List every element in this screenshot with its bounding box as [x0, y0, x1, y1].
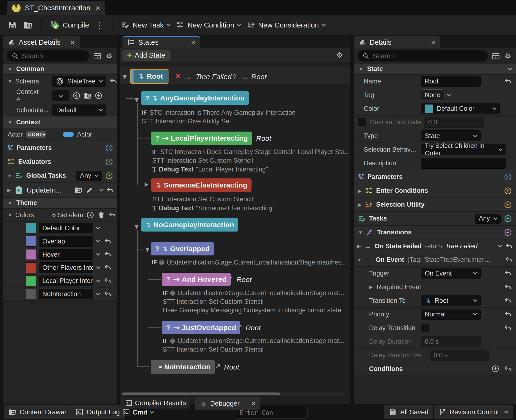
color-swatch[interactable] — [26, 262, 36, 273]
global-tasks-filter-dropdown[interactable]: Any — [76, 171, 102, 181]
collapse-triangle-icon[interactable]: ▼ — [133, 96, 140, 104]
state-node-someoneelseinteracting[interactable]: ↴ SomeoneElseInteracting — [151, 179, 251, 192]
output-log-button[interactable]: Output Log — [71, 405, 125, 419]
color-dropdown[interactable]: Default Color — [421, 103, 500, 114]
add-parameter-icon[interactable] — [105, 144, 113, 152]
context-class-dropdown[interactable] — [52, 90, 69, 101]
save-icon[interactable] — [8, 21, 17, 30]
state-node-nogameplayinteraction[interactable]: ↴ NoGameplayInteraction — [141, 218, 238, 232]
add-evaluator-icon[interactable] — [105, 158, 113, 166]
add-circle-icon[interactable] — [95, 92, 102, 99]
selection-utility-section[interactable]: ▶ Selection Utility — [354, 198, 516, 212]
undo-icon[interactable] — [110, 77, 117, 85]
color-name-field[interactable]: Hover — [39, 249, 93, 260]
delay-transition-checkbox[interactable] — [421, 324, 429, 332]
undo-icon[interactable] — [504, 324, 512, 332]
add-state-button[interactable]: + Add State — [122, 50, 170, 60]
global-task-row[interactable]: ▶ UpdateIn... — [3, 183, 117, 198]
tab-states[interactable]: States × — [122, 36, 200, 48]
trigger-dropdown[interactable]: On Event — [421, 268, 481, 279]
section-theme[interactable]: ▼ Theme — [3, 198, 117, 209]
on-state-failed-row[interactable]: ▶ → On State Failed return Tree Failed — [354, 240, 516, 253]
chevron-down-icon[interactable] — [96, 278, 100, 282]
cmd-dropdown[interactable]: Cmd — [122, 409, 153, 416]
gear-icon[interactable]: ⚙ — [504, 52, 512, 60]
undo-icon[interactable] — [104, 277, 112, 285]
compile-options-icon[interactable]: ⋮ — [96, 20, 104, 30]
schema-dropdown[interactable]: StateTree — [52, 76, 106, 87]
selection-behavior-dropdown[interactable]: Try Select Children In Order — [421, 144, 506, 155]
on-event-row[interactable]: ▼ → On Event (Tag: 'StateTreeEvent.Inter… — [354, 253, 516, 267]
display-options-icon[interactable] — [492, 52, 500, 60]
chevron-down-icon[interactable] — [96, 265, 100, 269]
color-name-field[interactable]: NoInteraction — [39, 289, 93, 299]
tab-debugger[interactable]: ☼ Debugger × — [195, 397, 260, 410]
add-color-icon[interactable] — [86, 211, 94, 219]
tasks-filter-dropdown[interactable]: Any — [475, 214, 501, 224]
details-search-input[interactable] — [358, 51, 488, 61]
tag-value[interactable]: None — [421, 90, 444, 100]
chevron-down-icon[interactable] — [96, 239, 100, 243]
undo-icon[interactable] — [108, 211, 116, 219]
undo-icon[interactable] — [504, 297, 512, 305]
browse-to-asset-icon[interactable] — [23, 21, 32, 30]
undo-icon[interactable] — [106, 186, 114, 194]
color-swatch[interactable] — [26, 276, 36, 286]
state-node-overlapped[interactable]: ? ↴ Overlapped — [151, 242, 214, 255]
priority-dropdown[interactable]: Normal — [421, 309, 481, 320]
chevron-down-icon[interactable] — [508, 66, 512, 70]
chevron-down-icon[interactable] — [96, 225, 100, 230]
close-icon[interactable]: × — [251, 399, 256, 408]
chevron-down-icon[interactable] — [498, 243, 502, 248]
color-name-field[interactable]: Local Player Intera — [39, 276, 93, 286]
undo-icon[interactable] — [504, 365, 512, 373]
transitions-section[interactable]: ▼ Transitions — [354, 225, 516, 240]
revision-control-button[interactable]: Revision Control — [434, 405, 513, 419]
tasks-section[interactable]: Tasks Any — [354, 212, 516, 225]
content-drawer-button[interactable]: Content Drawer — [4, 405, 71, 419]
collapse-triangle-icon[interactable]: ▼ — [358, 230, 363, 235]
name-field[interactable]: Root — [421, 76, 481, 87]
global-tasks-section[interactable]: ▼ Global Tasks Any — [3, 169, 117, 183]
color-name-field[interactable]: Other Players Inter — [39, 262, 93, 273]
add-condition-icon[interactable] — [504, 187, 512, 195]
gear-icon[interactable]: ⚙ — [105, 52, 113, 60]
transition-to-dropdown[interactable]: ↴ Root — [421, 295, 481, 306]
chevron-down-icon[interactable] — [447, 92, 451, 96]
asset-editor-tab[interactable]: ST_ChestInteraction × — [7, 1, 105, 15]
new-task-button[interactable]: New Task — [121, 21, 170, 29]
state-node-anygameplayinteraction[interactable]: ? ↴ AnyGameplayInteraction — [141, 91, 249, 105]
close-icon[interactable]: × — [431, 38, 436, 46]
color-name-field[interactable]: Overlap — [39, 236, 93, 247]
display-options-icon[interactable] — [93, 52, 101, 60]
state-node-and-hovered[interactable]: ? And Hovered — [162, 273, 231, 286]
collapse-triangle-icon[interactable]: ▼ — [357, 257, 362, 262]
trash-icon[interactable] — [97, 211, 105, 219]
expand-triangle-icon[interactable]: ▶ — [144, 181, 149, 188]
new-condition-button[interactable]: New Condition — [177, 21, 241, 29]
horizontal-scrollbar[interactable] — [122, 392, 280, 395]
state-node-root[interactable]: ↴ Root — [130, 69, 168, 84]
tab-compiler-results[interactable]: Compiler Results — [121, 398, 190, 409]
section-state[interactable]: ▼ State — [354, 64, 516, 75]
section-context[interactable]: ▼ Context — [3, 117, 117, 128]
undo-icon[interactable] — [104, 251, 112, 258]
undo-icon[interactable] — [504, 270, 512, 277]
expand-triangle-icon[interactable]: ▶ — [357, 244, 361, 248]
tick-rate-checkbox[interactable] — [358, 118, 366, 126]
chevron-down-icon[interactable] — [96, 291, 100, 295]
undo-icon[interactable] — [104, 290, 112, 298]
state-node-localplayerinteracting[interactable]: ? LocalPlayerInteracting — [151, 132, 252, 145]
asset-search-input[interactable] — [7, 51, 89, 61]
compile-button[interactable]: Compile — [50, 21, 89, 30]
all-saved-button[interactable]: All Saved — [384, 405, 433, 419]
parameters-section[interactable]: V. Parameters — [3, 141, 117, 155]
gear-icon[interactable]: ⚙ — [335, 52, 343, 59]
close-icon[interactable]: × — [95, 4, 100, 12]
undo-icon[interactable] — [504, 283, 512, 291]
browse-icon[interactable] — [84, 92, 91, 99]
add-task-icon[interactable] — [504, 215, 512, 222]
collapse-triangle-icon[interactable]: ▼ — [144, 245, 151, 254]
expand-triangle-icon[interactable]: ▶ — [369, 285, 373, 289]
state-tree-canvas[interactable]: ▼ ↴ Root × → Tree Failed ? → Root ▼ ? ↴ … — [120, 62, 350, 404]
